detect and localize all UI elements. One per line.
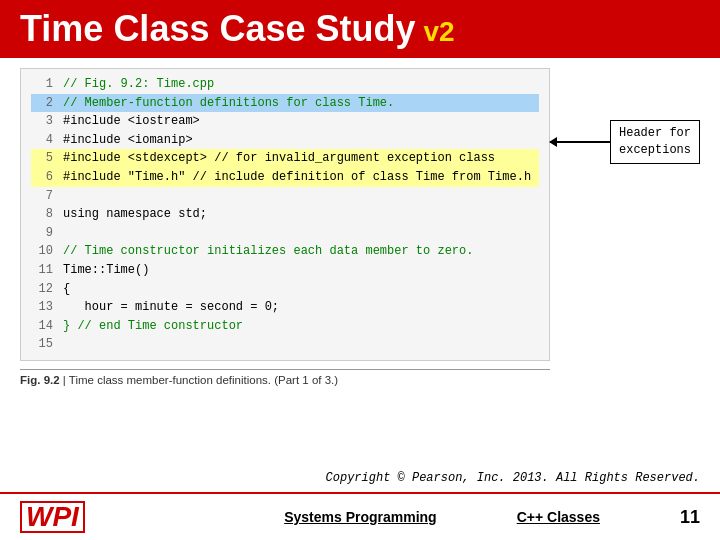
code-line-9: 9 [31, 224, 539, 243]
main-content: 1 // Fig. 9.2: Time.cpp 2 // Member-func… [0, 58, 720, 386]
code-line-13: 13 hour = minute = second = 0; [31, 298, 539, 317]
line-num: 2 [31, 94, 53, 113]
line-num: 15 [31, 335, 53, 354]
code-line-3: 3 #include <iostream> [31, 112, 539, 131]
code-line-14: 14 } // end Time constructor [31, 317, 539, 336]
callout-annotation: Header for exceptions [550, 120, 700, 164]
code-content [63, 224, 70, 243]
code-line-5: 5 #include <stdexcept> // for invalid_ar… [31, 149, 539, 168]
line-num: 10 [31, 242, 53, 261]
code-line-7: 7 [31, 187, 539, 206]
callout-line2: exceptions [619, 143, 691, 157]
line-num: 3 [31, 112, 53, 131]
line-num: 11 [31, 261, 53, 280]
code-content [63, 187, 70, 206]
line-num: 12 [31, 280, 53, 299]
code-content: #include "Time.h" // include definition … [63, 168, 531, 187]
code-content: #include <iostream> [63, 112, 200, 131]
code-content: } // end Time constructor [63, 317, 243, 336]
arrow-icon [550, 141, 610, 143]
code-line-12: 12 { [31, 280, 539, 299]
code-content [63, 335, 70, 354]
code-content: { [63, 280, 70, 299]
caption-label: Fig. 9.2 [20, 374, 60, 386]
footer-page-number: 11 [680, 507, 700, 528]
line-num: 5 [31, 149, 53, 168]
code-line-1: 1 // Fig. 9.2: Time.cpp [31, 75, 539, 94]
line-num: 1 [31, 75, 53, 94]
copyright-notice: Copyright © Pearson, Inc. 2013. All Righ… [326, 471, 700, 485]
code-line-10: 10 // Time constructor initializes each … [31, 242, 539, 261]
code-content: hour = minute = second = 0; [63, 298, 279, 317]
slide-title: Time Class Case Study [20, 8, 416, 50]
code-content: // Member-function definitions for class… [63, 94, 394, 113]
code-content: // Time constructor initializes each dat… [63, 242, 473, 261]
callout-box: Header for exceptions [610, 120, 700, 164]
figure-caption: Fig. 9.2 | Time class member-function de… [20, 369, 550, 386]
wpi-logo: WPI [20, 501, 85, 533]
code-line-4: 4 #include <iomanip> [31, 131, 539, 150]
callout-line1: Header for [619, 126, 691, 140]
code-line-8: 8 using namespace std; [31, 205, 539, 224]
line-num: 4 [31, 131, 53, 150]
line-num: 6 [31, 168, 53, 187]
code-line-15: 15 [31, 335, 539, 354]
line-num: 7 [31, 187, 53, 206]
footer-navigation: Systems Programming C++ Classes 11 [284, 507, 700, 528]
code-content: #include <stdexcept> // for invalid_argu… [63, 149, 495, 168]
code-content: #include <iomanip> [63, 131, 193, 150]
code-line-2: 2 // Member-function definitions for cla… [31, 94, 539, 113]
line-num: 8 [31, 205, 53, 224]
footer-course-label: Systems Programming [284, 509, 437, 525]
title-bar: Time Class Case Study v2 [0, 0, 720, 58]
line-num: 9 [31, 224, 53, 243]
code-line-6: 6 #include "Time.h" // include definitio… [31, 168, 539, 187]
line-num: 13 [31, 298, 53, 317]
footer-topic-label: C++ Classes [517, 509, 600, 525]
line-num: 14 [31, 317, 53, 336]
footer: WPI Systems Programming C++ Classes 11 [0, 492, 720, 540]
code-block: 1 // Fig. 9.2: Time.cpp 2 // Member-func… [20, 68, 550, 361]
code-line-11: 11 Time::Time() [31, 261, 539, 280]
code-content: Time::Time() [63, 261, 149, 280]
code-content: using namespace std; [63, 205, 207, 224]
caption-text: | Time class member-function definitions… [63, 374, 338, 386]
wpi-label: WPI [20, 501, 85, 533]
slide-version: v2 [424, 16, 455, 48]
code-content: // Fig. 9.2: Time.cpp [63, 75, 214, 94]
